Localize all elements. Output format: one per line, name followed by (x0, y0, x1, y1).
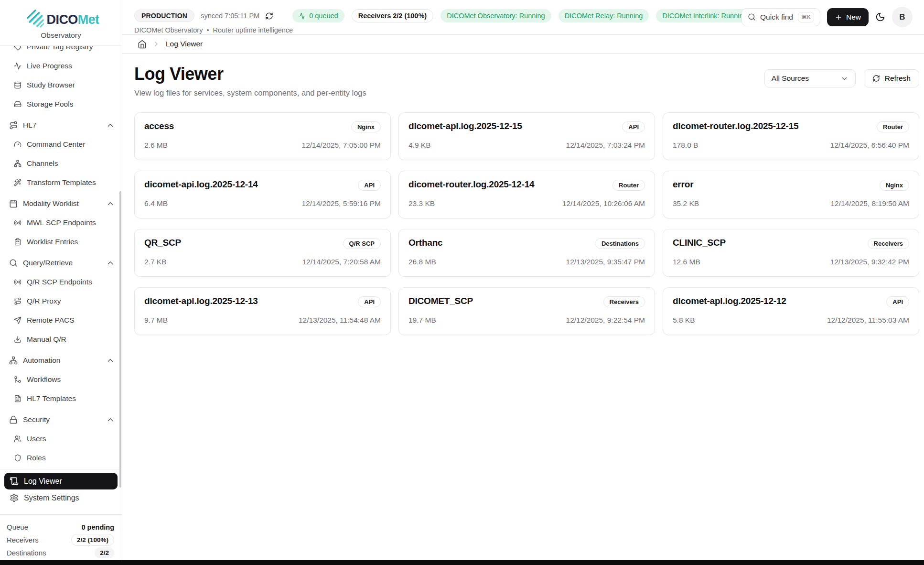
divider (0, 469, 122, 469)
log-file-card[interactable]: dicomet-api.log.2025-12-15API4.9 KB12/14… (398, 112, 655, 160)
stat-row-destinations: Destinations2/2 (7, 546, 114, 559)
sidebar-item-remote-pacs[interactable]: Remote PACS (0, 311, 122, 330)
log-file-name: dicomet-api.log.2025-12-14 (144, 179, 258, 190)
users-icon (14, 435, 21, 443)
sidebar-item-private-tag-registry[interactable]: Private Tag Registry (0, 46, 122, 56)
brand-wordmark: DICOMet (47, 12, 99, 27)
sidebar-item-q-r-proxy[interactable]: Q/R Proxy (0, 292, 122, 311)
hard-drive-icon (14, 100, 21, 108)
log-file-card[interactable]: dicomet-api.log.2025-12-13API9.7 MB12/13… (134, 287, 391, 335)
log-file-card[interactable]: OrthancDestinations26.8 MB12/13/2025, 9:… (398, 229, 655, 277)
dark-mode-toggle[interactable] (875, 12, 885, 22)
log-source-badge: API (358, 180, 381, 191)
sidebar: DICOMet Observatory Private Tag Registry… (0, 0, 122, 565)
sidebar-item-workflows[interactable]: Workflows (0, 370, 122, 389)
search-icon (9, 259, 18, 267)
chevron-down-icon (840, 75, 849, 83)
log-source-badge: Router (612, 180, 645, 191)
sidebar-item-command-center[interactable]: Command Center (0, 135, 122, 154)
sidebar-item-manual-q-r[interactable]: Manual Q/R (0, 330, 122, 349)
sidebar-item-log-viewer[interactable]: Log Viewer (4, 473, 118, 489)
wand-icon (14, 179, 21, 186)
main-area: PRODUCTION synced 7:05:11 PM 0 queuedRec… (122, 0, 924, 565)
new-button[interactable]: New (827, 8, 869, 26)
sync-refresh-icon[interactable] (265, 12, 273, 20)
sidebar-item-roles[interactable]: Roles (0, 448, 122, 465)
sidebar-item-security[interactable]: Security (0, 410, 122, 429)
status-badge: DICOMet Interlink: Running (656, 9, 753, 22)
database-icon (14, 81, 21, 89)
log-file-size: 178.0 B (673, 141, 698, 150)
log-file-card[interactable]: CLINIC_SCPReceivers12.6 MB12/13/2025, 9:… (663, 229, 919, 277)
sidebar-item-mwl-scp-endpoints[interactable]: MWL SCP Endpoints (0, 213, 122, 232)
radio-icon (14, 219, 21, 227)
chevron-up-icon (106, 356, 115, 365)
log-file-modified: 12/14/2025, 8:19:50 AM (830, 199, 909, 208)
log-file-card[interactable]: dicomet-router.log.2025-12-14Router23.3 … (398, 171, 655, 218)
sidebar-item-study-browser[interactable]: Study Browser (0, 76, 122, 95)
home-icon[interactable] (138, 40, 147, 49)
status-badge: 0 queued (292, 9, 344, 22)
sidebar-item-q-r-scp-endpoints[interactable]: Q/R SCP Endpoints (0, 272, 122, 292)
page-subtitle: View log files for services, system comp… (134, 88, 366, 98)
log-file-card[interactable]: dicomet-router.log.2025-12-15Router178.0… (663, 112, 919, 160)
sidebar-item-automation[interactable]: Automation (0, 351, 122, 370)
source-filter-select[interactable]: All Sources (764, 69, 856, 87)
log-source-badge: API (622, 121, 645, 132)
log-file-card[interactable]: dicomet-api.log.2025-12-14API6.4 MB12/14… (134, 171, 391, 218)
sidebar-item-query-retrieve[interactable]: Query/Retrieve (0, 253, 122, 272)
log-file-card[interactable]: accessNginx2.6 MB12/14/2025, 7:05:00 PM (134, 112, 391, 160)
log-file-size: 23.3 KB (408, 199, 435, 208)
quick-find-button[interactable]: Quick find ⌘K (741, 8, 820, 26)
log-file-card[interactable]: QR_SCPQ/R SCP2.7 KB12/14/2025, 7:20:58 A… (134, 229, 391, 277)
settings-icon (10, 493, 19, 502)
log-file-modified: 12/12/2025, 11:55:03 AM (827, 316, 909, 325)
log-file-name: access (144, 121, 174, 131)
sidebar-item-transform-templates[interactable]: Transform Templates (0, 173, 122, 192)
log-file-name: dicomet-api.log.2025-12-15 (408, 121, 522, 131)
sidebar-item-users[interactable]: Users (0, 429, 122, 448)
activity-icon (299, 12, 306, 20)
keyboard-shortcut-badge: ⌘K (798, 12, 814, 22)
log-source-badge: API (358, 296, 381, 307)
log-file-size: 4.9 KB (408, 141, 431, 150)
log-file-size: 9.7 MB (144, 316, 168, 325)
log-file-size: 35.2 KB (673, 199, 699, 208)
refresh-button[interactable]: Refresh (864, 69, 919, 87)
log-source-badge: Destinations (595, 238, 645, 249)
sidebar-item-hl7-templates[interactable]: HL7 Templates (0, 389, 122, 408)
sidebar-item-modality-worklist[interactable]: Modality Worklist (0, 194, 122, 213)
route-icon (14, 297, 21, 305)
log-file-card[interactable]: DICOMET_SCPReceivers19.7 MB12/12/2025, 9… (398, 287, 655, 335)
radio-icon (14, 278, 21, 286)
log-file-size: 26.8 MB (408, 258, 436, 266)
sidebar-item-system-settings[interactable]: System Settings (4, 489, 118, 506)
topbar: PRODUCTION synced 7:05:11 PM 0 queuedRec… (122, 0, 924, 35)
log-file-name: dicomet-api.log.2025-12-12 (673, 296, 786, 306)
log-file-modified: 12/14/2025, 7:05:00 PM (302, 141, 381, 150)
sidebar-item-live-progress[interactable]: Live Progress (0, 56, 122, 76)
log-file-card[interactable]: dicomet-api.log.2025-12-12API5.8 KB12/12… (663, 287, 919, 335)
log-file-modified: 12/13/2025, 9:32:42 PM (830, 258, 909, 266)
window-bottom-edge (0, 560, 924, 565)
log-file-modified: 12/14/2025, 7:20:58 AM (302, 258, 381, 266)
sidebar-item-hl7[interactable]: HL7 (0, 116, 122, 135)
sidebar-item-worklist-entries[interactable]: Worklist Entries (0, 232, 122, 251)
log-file-size: 19.7 MB (408, 316, 436, 325)
sidebar-stats-panel: Queue0 pendingReceivers2/2 (100%)Destina… (0, 514, 122, 565)
chevron-up-icon (106, 259, 115, 267)
sidebar-scrollbar-thumb[interactable] (119, 191, 121, 488)
log-file-name: error (673, 179, 693, 190)
environment-badge: PRODUCTION (134, 10, 194, 22)
network-icon (14, 160, 21, 167)
log-file-name: QR_SCP (144, 238, 181, 248)
log-file-card[interactable]: errorNginx35.2 KB12/14/2025, 8:19:50 AM (663, 171, 919, 218)
log-source-badge: Q/R SCP (343, 238, 381, 249)
log-file-size: 2.7 KB (144, 258, 167, 266)
file-text-icon (14, 395, 21, 402)
sidebar-item-storage-pools[interactable]: Storage Pools (0, 95, 122, 114)
status-badge: DICOMet Relay: Running (559, 9, 649, 22)
status-badges: 0 queuedReceivers 2/2 (100%)DICOMet Obse… (292, 9, 753, 22)
user-avatar[interactable]: B (892, 7, 913, 27)
sidebar-item-channels[interactable]: Channels (0, 154, 122, 173)
